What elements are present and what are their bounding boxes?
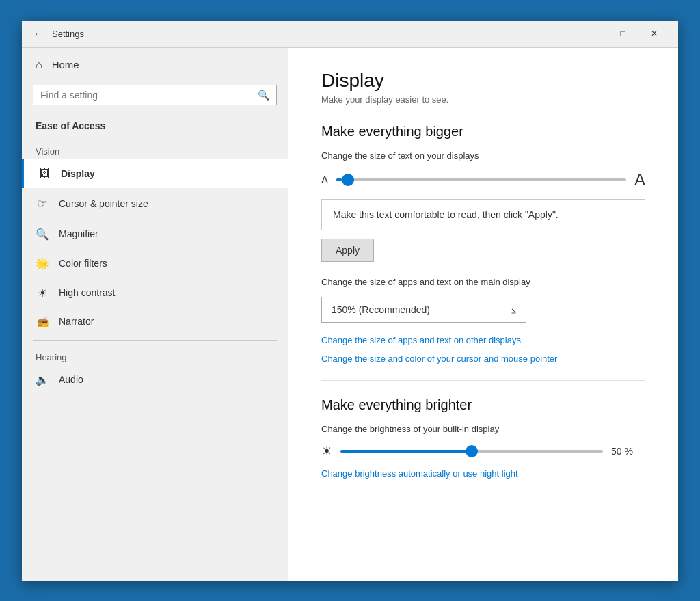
sidebar: ⌂ Home 🔍 Ease of Access Vision 🖼 Display… bbox=[22, 48, 288, 581]
home-icon: ⌂ bbox=[36, 59, 42, 71]
sidebar-divider bbox=[33, 340, 277, 341]
brightness-percent: 50 % bbox=[611, 446, 645, 457]
apply-button[interactable]: Apply bbox=[321, 239, 374, 262]
titlebar-title: Settings bbox=[52, 29, 576, 39]
search-icon: 🔍 bbox=[258, 90, 269, 101]
text-size-slider-track[interactable] bbox=[336, 178, 626, 181]
back-button[interactable]: ← bbox=[30, 25, 46, 42]
text-preview-box: Make this text comfortable to read, then… bbox=[321, 199, 645, 230]
home-nav-item[interactable]: ⌂ Home bbox=[22, 48, 288, 82]
other-displays-link[interactable]: Change the size of apps and text on othe… bbox=[321, 335, 645, 345]
main-content: ⌂ Home 🔍 Ease of Access Vision 🖼 Display… bbox=[22, 48, 678, 581]
magnifier-icon: 🔍 bbox=[36, 228, 49, 241]
slider-thumb[interactable] bbox=[342, 174, 354, 186]
display-icon: 🖼 bbox=[38, 168, 51, 180]
section-divider bbox=[321, 380, 645, 381]
sidebar-item-color-filters[interactable]: 🌟 Color filters bbox=[22, 249, 288, 278]
section1-heading: Make everything bigger bbox=[321, 124, 645, 139]
text-size-slider-row: A A bbox=[321, 170, 645, 189]
display-scale-dropdown[interactable]: 150% (Recommended) ⦥ bbox=[321, 297, 526, 323]
hearing-section-title: Hearing bbox=[22, 347, 288, 365]
narrator-label: Narrator bbox=[59, 316, 94, 327]
brightness-slider-row: ☀ 50 % bbox=[321, 444, 645, 459]
minimize-button[interactable]: — bbox=[576, 23, 607, 44]
color-filters-icon: 🌟 bbox=[36, 257, 49, 270]
cursor-label: Cursor & pointer size bbox=[59, 198, 148, 209]
sidebar-item-display[interactable]: 🖼 Display bbox=[22, 159, 288, 188]
brightness-description: Change the brightness of your built-in d… bbox=[321, 424, 645, 434]
search-box[interactable]: 🔍 bbox=[33, 85, 277, 105]
maximize-button[interactable]: □ bbox=[607, 23, 638, 44]
brightness-slider-track[interactable] bbox=[340, 450, 603, 453]
chevron-down-icon: ⦥ bbox=[511, 305, 516, 315]
home-label: Home bbox=[52, 59, 79, 70]
section-label: Ease of Access bbox=[22, 113, 288, 135]
display-label: Display bbox=[61, 168, 95, 179]
apps-size-description: Change the size of apps and text on the … bbox=[321, 277, 645, 287]
page-subtitle: Make your display easier to see. bbox=[321, 94, 645, 105]
sidebar-item-narrator[interactable]: 📻 Narrator bbox=[22, 308, 288, 335]
audio-label: Audio bbox=[59, 374, 83, 385]
sidebar-item-magnifier[interactable]: 🔍 Magnifier bbox=[22, 219, 288, 249]
page-title: Display bbox=[321, 70, 645, 92]
window-controls: — □ ✕ bbox=[576, 23, 670, 44]
close-button[interactable]: ✕ bbox=[638, 23, 670, 44]
slider-small-label: A bbox=[321, 174, 328, 185]
sidebar-item-cursor[interactable]: ☞ Cursor & pointer size bbox=[22, 188, 288, 219]
night-light-link[interactable]: Change brightness automatically or use n… bbox=[321, 468, 645, 479]
magnifier-label: Magnifier bbox=[59, 228, 98, 239]
brightness-filled bbox=[340, 450, 472, 453]
titlebar: ← Settings — □ ✕ bbox=[22, 21, 678, 48]
high-contrast-label: High contrast bbox=[59, 287, 115, 298]
display-scale-dropdown-row: 150% (Recommended) ⦥ bbox=[321, 297, 645, 323]
color-filters-label: Color filters bbox=[59, 258, 107, 269]
vision-section-title: Vision bbox=[22, 141, 288, 159]
section2-heading: Make everything brighter bbox=[321, 397, 645, 413]
dropdown-value: 150% (Recommended) bbox=[332, 304, 430, 315]
brightness-icon: ☀ bbox=[321, 444, 332, 459]
search-input[interactable] bbox=[40, 90, 252, 101]
narrator-icon: 📻 bbox=[36, 316, 49, 327]
brightness-thumb[interactable] bbox=[466, 445, 478, 457]
slider-large-label: A bbox=[634, 170, 645, 189]
cursor-color-link[interactable]: Change the size and color of your cursor… bbox=[321, 353, 645, 364]
cursor-icon: ☞ bbox=[36, 196, 49, 211]
sidebar-item-audio[interactable]: 🔈 Audio bbox=[22, 365, 288, 395]
content-area: Display Make your display easier to see.… bbox=[288, 48, 678, 581]
high-contrast-icon: ☀ bbox=[36, 286, 49, 299]
slider-filled bbox=[336, 178, 342, 181]
sidebar-item-high-contrast[interactable]: ☀ High contrast bbox=[22, 278, 288, 308]
settings-window: ← Settings — □ ✕ ⌂ Home 🔍 Ease of Access… bbox=[22, 21, 678, 581]
text-size-description: Change the size of text on your displays bbox=[321, 150, 645, 161]
audio-icon: 🔈 bbox=[36, 373, 49, 386]
